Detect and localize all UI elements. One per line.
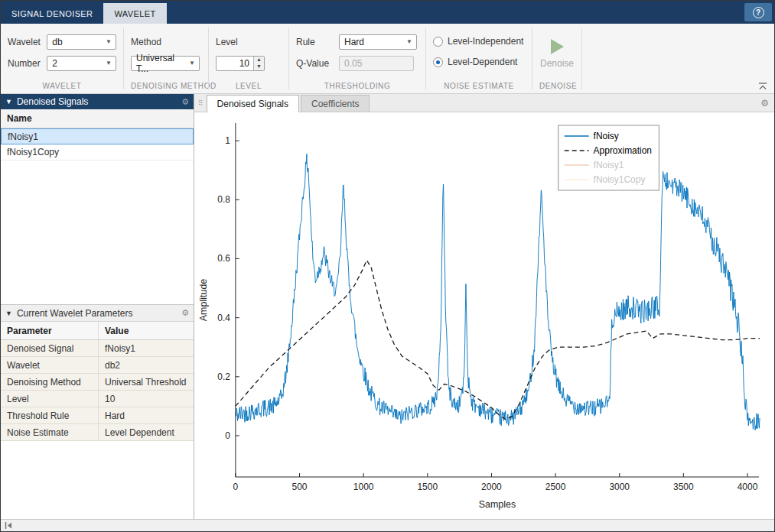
- gear-icon[interactable]: ⚙: [181, 97, 189, 107]
- table-row[interactable]: Waveletdb2: [1, 357, 194, 374]
- svg-text:500: 500: [292, 482, 308, 492]
- svg-text:0.4: 0.4: [217, 313, 230, 323]
- list-item[interactable]: fNoisy1: [1, 128, 194, 144]
- radio-level-dependent-label: Level-Dependent: [448, 57, 517, 67]
- collapse-triangle-icon: ▼: [5, 310, 12, 317]
- svg-text:fNoisy1: fNoisy1: [594, 160, 624, 170]
- chevron-down-icon: ▼: [106, 60, 112, 66]
- svg-text:1000: 1000: [353, 482, 374, 492]
- table-row[interactable]: Noise EstimateLevel Dependent: [1, 424, 194, 441]
- denoised-signals-panel: ▼ Denoised Signals ⚙ Name fNoisy1fNoisy1…: [1, 94, 194, 305]
- svg-text:2500: 2500: [545, 482, 566, 492]
- level-spinner[interactable]: 10 ▲ ▼: [216, 56, 265, 71]
- tab-denoised-signals[interactable]: Denoised Signals: [207, 95, 299, 112]
- wavelet-value: db: [52, 37, 62, 47]
- collapse-panel-icon[interactable]: [5, 521, 13, 530]
- chevron-down-icon: ▼: [106, 38, 112, 45]
- svg-text:0: 0: [225, 430, 230, 441]
- tab-strip-grip-icon: ⠿: [198, 99, 204, 107]
- denoise-button[interactable]: Denoise: [539, 24, 575, 79]
- denoised-signals-panel-header[interactable]: ▼ Denoised Signals ⚙: [1, 94, 194, 109]
- svg-text:fNoisy1Copy: fNoisy1Copy: [594, 174, 646, 185]
- parameter-cell: Noise Estimate: [1, 424, 99, 440]
- ribbon: Wavelet db ▼ Number 2 ▼ WAVELET: [1, 24, 774, 94]
- ribbon-section-thresholding: Rule Hard ▼ Q-Value 0.05 THRESHOLDING: [289, 24, 425, 93]
- signals-list-empty-area: [1, 161, 194, 304]
- svg-text:3500: 3500: [673, 482, 694, 492]
- collapse-ribbon-icon[interactable]: [757, 80, 768, 89]
- parameter-column-header: Parameter: [1, 322, 99, 339]
- value-cell: Level Dependent: [99, 427, 194, 438]
- number-dropdown[interactable]: 2 ▼: [47, 56, 116, 71]
- value-cell: fNoisy1: [99, 343, 194, 354]
- table-row[interactable]: Denoised SignalfNoisy1: [1, 340, 194, 357]
- collapse-triangle-icon: ▼: [5, 98, 12, 105]
- help-icon: ?: [753, 7, 764, 18]
- table-row[interactable]: Level10: [1, 391, 194, 407]
- panel-actions-icon[interactable]: ⚙: [760, 98, 769, 109]
- parameter-cell: Threshold Rule: [1, 407, 99, 423]
- value-cell: Hard: [99, 410, 194, 421]
- spinner-down-icon[interactable]: ▼: [254, 63, 264, 70]
- method-dropdown[interactable]: Universal T... ▼: [131, 56, 200, 71]
- method-label: Method: [131, 37, 161, 47]
- play-icon: [551, 39, 564, 54]
- section-label-thresholding: THRESHOLDING: [296, 79, 418, 93]
- svg-text:Samples: Samples: [479, 499, 516, 510]
- radio-level-independent[interactable]: Level-Independent: [433, 34, 525, 49]
- value-cell: Universal Threshold: [99, 377, 194, 388]
- svg-text:0.2: 0.2: [217, 371, 230, 382]
- radio-level-dependent[interactable]: Level-Dependent: [433, 54, 525, 70]
- svg-text:0.8: 0.8: [217, 194, 230, 205]
- chevron-down-icon: ▼: [406, 38, 412, 45]
- rule-value: Hard: [344, 37, 364, 47]
- signals-column-header: Name: [1, 109, 194, 128]
- content-area: ▼ Denoised Signals ⚙ Name fNoisy1fNoisy1…: [1, 94, 774, 519]
- main-panel: ⠿ Denoised Signals Coefficients ⚙ 050010…: [194, 94, 774, 519]
- section-label-level: LEVEL: [216, 79, 282, 93]
- parameters-table-body: Denoised SignalfNoisy1Waveletdb2Denoisin…: [1, 340, 194, 441]
- gear-icon[interactable]: ⚙: [181, 308, 189, 318]
- level-value: 10: [217, 57, 253, 70]
- svg-text:Amplitude: Amplitude: [198, 279, 209, 322]
- spinner-up-icon[interactable]: ▲: [254, 57, 264, 63]
- parameters-table-header: Parameter Value: [1, 322, 194, 340]
- list-item[interactable]: fNoisy1Copy: [1, 144, 194, 161]
- svg-text:fNoisy: fNoisy: [594, 131, 619, 141]
- status-bar: [1, 519, 774, 531]
- rule-label: Rule: [296, 37, 334, 47]
- chart-container: 0500100015002000250030003500400000.20.40…: [194, 112, 774, 519]
- svg-text:2000: 2000: [481, 482, 502, 492]
- section-label-denoising-method: DENOISING METHOD: [131, 79, 201, 93]
- document-tabbar: ⠿ Denoised Signals Coefficients ⚙: [194, 94, 774, 112]
- ribbon-section-wavelet: Wavelet db ▼ Number 2 ▼ WAVELET: [1, 24, 123, 93]
- tab-coefficients[interactable]: Coefficients: [301, 95, 370, 112]
- svg-text:0.6: 0.6: [217, 253, 230, 264]
- left-panel: ▼ Denoised Signals ⚙ Name fNoisy1fNoisy1…: [1, 94, 194, 519]
- wavelet-parameters-panel-title: Current Wavelet Parameters: [17, 308, 133, 319]
- svg-text:Approximation: Approximation: [594, 145, 652, 156]
- rule-dropdown[interactable]: Hard ▼: [339, 34, 417, 50]
- table-row[interactable]: Denoising MethodUniversal Threshold: [1, 374, 194, 391]
- radio-level-independent-label: Level-Independent: [448, 36, 523, 47]
- section-label-noise-estimate: NOISE ESTIMATE: [433, 79, 525, 93]
- wavelet-parameters-panel-header[interactable]: ▼ Current Wavelet Parameters ⚙: [1, 305, 194, 322]
- parameter-cell: Denoising Method: [1, 374, 99, 390]
- tab-wavelet[interactable]: WAVELET: [103, 3, 166, 24]
- qvalue-label: Q-Value: [296, 58, 334, 69]
- help-button[interactable]: ?: [744, 3, 772, 21]
- level-label: Level: [216, 37, 238, 47]
- number-label: Number: [8, 58, 42, 69]
- method-value: Universal T...: [136, 53, 184, 74]
- tab-signal-denoiser[interactable]: SIGNAL DENOISER: [1, 3, 103, 24]
- qvalue-field: 0.05: [339, 56, 414, 71]
- wavelet-parameters-panel: ▼ Current Wavelet Parameters ⚙ Parameter…: [1, 305, 194, 519]
- value-cell: 10: [99, 394, 194, 404]
- table-row[interactable]: Threshold RuleHard: [1, 407, 194, 424]
- parameters-empty-area: [1, 441, 194, 519]
- wavelet-dropdown[interactable]: db ▼: [47, 34, 116, 50]
- denoise-button-label: Denoise: [540, 58, 574, 69]
- wavelet-label: Wavelet: [8, 37, 42, 47]
- value-cell: db2: [99, 360, 194, 371]
- denoised-signal-chart[interactable]: 0500100015002000250030003500400000.20.40…: [194, 112, 774, 519]
